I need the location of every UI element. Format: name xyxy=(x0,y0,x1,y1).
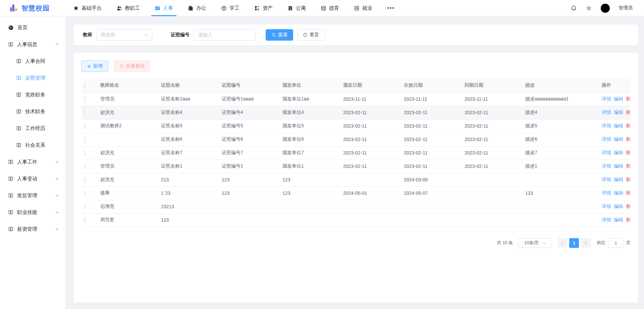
sidebar-subitem-label: 工作经历 xyxy=(25,125,59,132)
row-checkbox[interactable] xyxy=(85,217,85,223)
detail-link[interactable]: 详情 xyxy=(602,217,611,222)
sidebar-subitem-1-5[interactable]: 社会关系 xyxy=(0,137,66,153)
table-panel: 新增 批量删除 教师姓名证照名称证照编号颁发单位颁发日期生效日期到期日期描述操作… xyxy=(74,53,638,303)
sidebar-item-5[interactable]: 职业技能 xyxy=(0,204,66,221)
bell-icon[interactable] xyxy=(571,5,577,11)
user-name[interactable]: 管理员 xyxy=(619,5,633,11)
chevron-down-icon xyxy=(55,210,59,214)
delete-link[interactable]: 删除 xyxy=(626,177,631,182)
sidebar-subitem-1-3[interactable]: 技术职务 xyxy=(0,103,66,120)
prev-page-button[interactable] xyxy=(557,238,567,248)
topnav-item-9[interactable]: ••• xyxy=(380,0,402,16)
row-checkbox[interactable] xyxy=(85,96,85,102)
sidebar-item-3[interactable]: 人事变动 xyxy=(0,170,66,187)
search-button[interactable]: 搜索 xyxy=(266,29,293,41)
detail-link[interactable]: 详情 xyxy=(602,123,611,128)
detail-link[interactable]: 详情 xyxy=(602,96,611,101)
delete-link[interactable]: 删除 xyxy=(626,136,631,142)
detail-link[interactable]: 详情 xyxy=(602,163,611,169)
next-page-button[interactable] xyxy=(581,238,591,248)
detail-link[interactable]: 详情 xyxy=(602,204,611,209)
detail-link[interactable]: 详情 xyxy=(602,136,611,142)
reset-button[interactable]: 重置 xyxy=(297,29,325,41)
row-select-cell xyxy=(81,119,97,133)
sidebar-subitem-1-1[interactable]: 证照管理 xyxy=(0,70,66,86)
detail-link[interactable]: 详情 xyxy=(602,109,611,115)
star-icon xyxy=(73,5,79,11)
delete-link[interactable]: 删除 xyxy=(626,150,631,155)
cell-name: 123 xyxy=(158,213,218,227)
sidebar-item-6[interactable]: 薪资管理 xyxy=(0,221,66,237)
row-checkbox[interactable] xyxy=(85,136,85,142)
cell-effective: 2023-11-11 xyxy=(400,92,461,106)
row-checkbox[interactable] xyxy=(85,204,85,210)
row-checkbox[interactable] xyxy=(85,190,85,196)
edit-link[interactable]: 编辑 xyxy=(614,109,623,115)
avatar[interactable] xyxy=(601,4,610,13)
goto-page-input[interactable] xyxy=(608,238,624,248)
page-1-button[interactable]: 1 xyxy=(569,238,579,248)
delete-link[interactable]: 删除 xyxy=(626,123,631,128)
topnav-item-0[interactable]: 基础平台 xyxy=(66,0,109,16)
delete-link[interactable]: 删除 xyxy=(626,190,631,195)
delete-link[interactable]: 删除 xyxy=(626,217,631,222)
edit-link[interactable]: 编辑 xyxy=(614,190,623,195)
sidebar-subitem-1-2[interactable]: 党政职务 xyxy=(0,86,66,103)
sidebar-item-1[interactable]: 人事信息 xyxy=(0,36,66,53)
delete-link[interactable]: 删除 xyxy=(626,96,631,101)
topnav-item-7[interactable]: 德育 xyxy=(313,0,346,16)
row-select-cell xyxy=(81,173,97,186)
row-checkbox[interactable] xyxy=(85,109,85,116)
detail-link[interactable]: 详情 xyxy=(602,150,611,155)
topnav-item-3[interactable]: 办公 xyxy=(180,0,214,16)
cell-name: 证照名称4 xyxy=(158,106,218,119)
cell-effective: 2023-02-11 xyxy=(400,133,461,146)
row-checkbox[interactable] xyxy=(85,150,85,156)
cell-no: 证照编号6 xyxy=(218,133,279,146)
row-checkbox[interactable] xyxy=(85,177,85,183)
row-select-cell xyxy=(81,146,97,160)
delete-link[interactable]: 删除 xyxy=(626,109,631,115)
edit-link[interactable]: 编辑 xyxy=(614,123,623,128)
sidebar-item-0[interactable]: 首页 xyxy=(0,19,66,36)
row-checkbox[interactable] xyxy=(85,163,85,169)
edit-link[interactable]: 编辑 xyxy=(614,136,623,142)
table-header-row: 教师姓名证照名称证照编号颁发单位颁发日期生效日期到期日期描述操作 xyxy=(81,79,631,92)
topnav-item-5[interactable]: 资产 xyxy=(247,0,280,16)
delete-link[interactable]: 删除 xyxy=(626,163,631,169)
teacher-select[interactable]: 请选择 xyxy=(97,29,152,41)
sidebar-subitem-1-0[interactable]: 人事合同 xyxy=(0,53,66,70)
batch-delete-button[interactable]: 批量删除 xyxy=(114,60,150,72)
detail-link[interactable]: 详情 xyxy=(602,177,611,182)
add-button[interactable]: 新增 xyxy=(81,60,108,72)
topnav-item-4[interactable]: 学工 xyxy=(214,0,247,16)
row-checkbox[interactable] xyxy=(85,123,85,129)
topnav-item-6[interactable]: 公寓 xyxy=(280,0,313,16)
gear-icon[interactable] xyxy=(586,5,592,11)
sidebar-item-2[interactable]: 人事工作 xyxy=(0,153,66,170)
edit-link[interactable]: 编辑 xyxy=(614,177,623,182)
edit-link[interactable]: 编辑 xyxy=(614,150,623,155)
edit-link[interactable]: 编辑 xyxy=(614,204,623,209)
table-row: 赵洪光证照名称7证照编号7颁发单位72023-02-112023-02-1120… xyxy=(81,146,631,160)
brand-logo[interactable]: 智慧校园 xyxy=(0,3,66,13)
edit-link[interactable]: 编辑 xyxy=(614,163,623,169)
delete-link[interactable]: 删除 xyxy=(626,204,631,209)
table-toolbar: 新增 批量删除 xyxy=(81,60,631,72)
sidebar-subitem-1-4[interactable]: 工作经历 xyxy=(0,120,66,137)
sidebar-item-label: 人事工作 xyxy=(17,159,55,165)
topnav-item-2[interactable]: 人事 xyxy=(147,0,180,16)
topnav-item-1[interactable]: 教职工 xyxy=(109,0,147,16)
brand-name: 智慧校园 xyxy=(21,4,50,13)
select-all-checkbox[interactable] xyxy=(85,82,85,88)
cell-org: 颁发单位6 xyxy=(279,133,340,146)
topnav-item-8[interactable]: 就业 xyxy=(346,0,380,16)
detail-link[interactable]: 详情 xyxy=(602,190,611,195)
page-size-select[interactable]: 10条/页 xyxy=(518,238,552,248)
cell-expire: 2023-02-11 xyxy=(461,106,522,119)
cell-org xyxy=(279,213,340,227)
edit-link[interactable]: 编辑 xyxy=(614,96,623,101)
sidebar-item-4[interactable]: 奖惩管理 xyxy=(0,187,66,204)
edit-link[interactable]: 编辑 xyxy=(614,217,623,222)
license-no-input[interactable] xyxy=(194,29,256,41)
